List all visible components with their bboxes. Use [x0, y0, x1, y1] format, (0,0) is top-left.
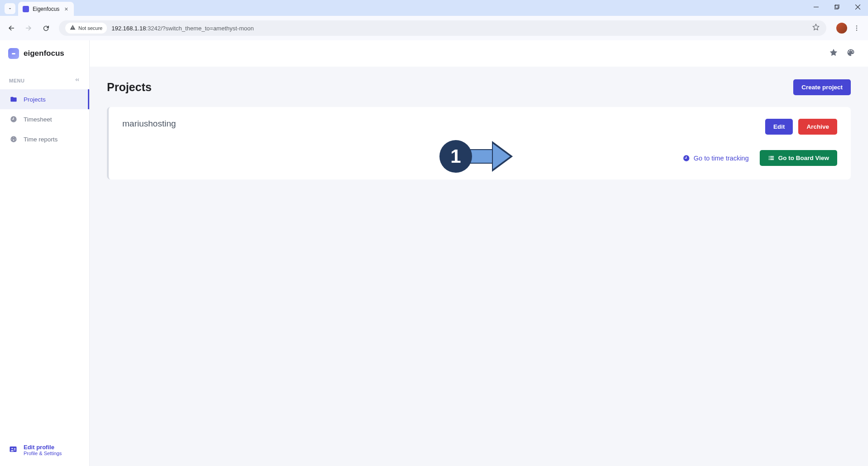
board-view-label: Go to Board View [778, 155, 829, 161]
archive-project-button[interactable]: Archive [798, 119, 837, 135]
chevron-double-left-icon [74, 77, 80, 83]
collapse-sidebar-button[interactable] [74, 77, 80, 85]
kebab-icon [853, 24, 860, 32]
project-actions: Edit Archive [765, 119, 837, 135]
nav-back-button[interactable] [4, 20, 19, 36]
sidebar-item-projects[interactable]: Projects [0, 89, 89, 109]
sidebar-item-label: Time reports [24, 136, 58, 143]
palette-icon [846, 48, 855, 57]
address-bar[interactable]: Not secure 192.168.1.18:3242/?switch_the… [59, 20, 826, 36]
sidebar-header[interactable]: eigenfocus [0, 40, 89, 67]
menu-section: MENU Projects Timesheet [0, 67, 89, 149]
reload-icon [42, 24, 50, 32]
page-title: Projects [107, 81, 152, 94]
tab-favicon-icon [23, 6, 29, 12]
project-card-header: mariushosting Edit Archive [122, 119, 837, 135]
svg-point-3 [856, 25, 857, 26]
sidebar-item-timesheet[interactable]: Timesheet [0, 109, 89, 129]
top-bar [90, 40, 868, 67]
menu-label-row: MENU [0, 72, 89, 89]
app-container: eigenfocus MENU Projects Timesheet [0, 40, 868, 466]
favorite-button[interactable] [829, 48, 838, 59]
project-name: mariushosting [122, 119, 176, 129]
warning-icon [70, 24, 76, 32]
create-project-button[interactable]: Create project [793, 79, 851, 95]
edit-project-button[interactable]: Edit [765, 119, 793, 135]
app-name: eigenfocus [24, 49, 64, 58]
browser-tab[interactable]: Eigenfocus × [18, 2, 74, 16]
sidebar-item-label: Projects [24, 96, 46, 103]
svg-rect-1 [834, 5, 838, 9]
arrow-left-icon [7, 24, 15, 32]
arrow-right-icon [24, 24, 33, 32]
window-maximize-button[interactable] [826, 0, 847, 14]
star-filled-icon [829, 48, 838, 57]
tab-close-icon[interactable]: × [63, 6, 69, 12]
bookmark-star-button[interactable] [812, 23, 820, 33]
list-icon [768, 155, 775, 161]
security-chip[interactable]: Not secure [65, 23, 107, 34]
security-label: Not secure [78, 25, 102, 31]
chevron-down-icon [7, 6, 13, 11]
sidebar-item-label: Timesheet [24, 116, 52, 123]
nav-forward-button[interactable] [21, 20, 36, 36]
app-logo-icon [8, 48, 19, 59]
page-header: Projects Create project [107, 79, 851, 95]
go-to-board-view-button[interactable]: Go to Board View [760, 150, 837, 166]
browser-profile-avatar[interactable] [836, 23, 847, 34]
browser-chrome: Eigenfocus × [0, 0, 868, 40]
time-tracking-label: Go to time tracking [694, 155, 749, 162]
svg-point-5 [856, 29, 857, 30]
address-bar-row: Not secure 192.168.1.18:3242/?switch_the… [0, 16, 868, 40]
id-card-icon [9, 445, 17, 455]
project-card-footer: Go to time tracking Go to Board View [122, 150, 837, 166]
folder-icon [10, 96, 17, 103]
window-close-button[interactable] [847, 0, 868, 14]
sidebar: eigenfocus MENU Projects Timesheet [0, 40, 90, 466]
svg-point-4 [856, 28, 857, 29]
sidebar-edit-profile[interactable]: Edit profile Profile & Settings [0, 437, 89, 466]
tab-history-dropdown[interactable] [5, 3, 15, 14]
clock-icon [10, 116, 17, 123]
tab-title: Eigenfocus [33, 6, 59, 12]
svg-rect-0 [814, 7, 819, 7]
svg-rect-2 [835, 5, 839, 8]
menu-label: MENU [9, 78, 24, 83]
star-icon [812, 23, 820, 31]
sidebar-item-time-reports[interactable]: Time reports [0, 129, 89, 149]
url-text: 192.168.1.18:3242/?switch_theme_to=ameth… [111, 25, 807, 32]
clock-filled-icon [683, 155, 690, 162]
profile-title: Edit profile [24, 444, 62, 451]
theme-button[interactable] [846, 48, 855, 59]
project-card: mariushosting Edit Archive Go to time tr… [107, 107, 851, 180]
go-to-time-tracking-link[interactable]: Go to time tracking [683, 155, 749, 162]
gauge-icon [10, 136, 17, 143]
profile-subtitle: Profile & Settings [24, 451, 62, 456]
main-content: Projects Create project mariushosting Ed… [90, 40, 868, 466]
tab-bar: Eigenfocus × [0, 0, 868, 16]
browser-menu-button[interactable] [849, 20, 864, 36]
window-minimize-button[interactable] [805, 0, 826, 14]
window-controls [805, 0, 868, 14]
nav-reload-button[interactable] [38, 20, 53, 36]
profile-text: Edit profile Profile & Settings [24, 444, 62, 456]
content-body: Projects Create project mariushosting Ed… [90, 67, 868, 466]
